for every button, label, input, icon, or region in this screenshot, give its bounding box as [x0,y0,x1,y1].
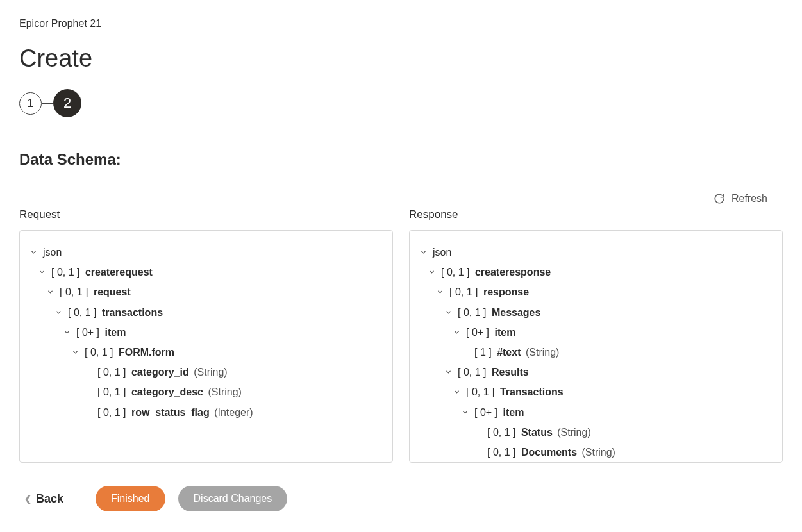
tree-node-text: [ 0, 1 ] createresponse [441,262,551,282]
refresh-button[interactable]: Refresh [714,193,767,204]
tree-node-cardinality: [ 1 ] [474,347,494,358]
chevron-down-icon[interactable] [452,329,461,336]
chevron-down-icon[interactable] [460,409,469,416]
tree-row[interactable]: [ 0, 1 ] createrequest [29,262,383,282]
tree-node-text: [ 0, 1 ] Results [458,362,529,382]
tree-row[interactable]: [ 0, 1 ] FORM.form [29,342,383,362]
tree-node-cardinality: [ 0, 1 ] [487,427,519,438]
chevron-down-icon[interactable] [435,288,444,295]
tree-node-text: [ 0, 1 ] category_desc (String) [97,382,242,402]
tree-row[interactable]: json [29,242,383,262]
tree-row[interactable]: [ 0, 1 ] transactions [29,303,383,322]
tree-row[interactable]: [ 0+ ] item [419,322,773,342]
tree-node-text: [ 0, 1 ] Messages [458,303,540,322]
tree-row[interactable]: [ 0+ ] item [29,322,383,342]
tree-node-name: Status [521,427,553,438]
tree-row[interactable]: [ 0, 1 ] request [29,282,383,302]
tree-row[interactable]: [ 0, 1 ] Transactions [419,382,773,402]
back-button[interactable]: ❮ Back [24,492,63,506]
tree-node-name: Messages [492,307,541,318]
tree-node-cardinality: [ 0, 1 ] [449,287,481,297]
tree-node-cardinality: [ 0+ ] [474,407,500,418]
tree-node-text: [ 0, 1 ] transactions [68,303,163,322]
chevron-down-icon[interactable] [419,249,428,256]
tree-node-name: Documents [521,447,577,458]
tree-row[interactable]: [ 0+ ] item [419,403,773,422]
tree-node-text: [ 0, 1 ] category_id (String) [97,362,228,382]
tree-node-name: transactions [102,307,163,318]
tree-node-type: (String) [522,347,559,358]
breadcrumb[interactable]: Epicor Prophet 21 [19,18,101,29]
step-2[interactable]: 2 [53,89,81,117]
tree-node-name: Transactions [500,387,564,397]
tree-node-cardinality: [ 0, 1 ] [97,367,129,378]
tree-node-cardinality: [ 0, 1 ] [466,387,497,397]
tree-row[interactable]: [ 0, 1 ] category_desc (String) [29,382,383,402]
tree-node-text: [ 0, 1 ] Status (String) [487,422,591,442]
tree-node-name: FORM.form [119,347,174,358]
response-schema-panel[interactable]: json[ 0, 1 ] createresponse[ 0, 1 ] resp… [409,230,783,463]
page-title: Create [19,45,783,72]
step-1[interactable]: 1 [19,92,42,115]
chevron-down-icon[interactable] [62,329,71,336]
tree-node-text: [ 0, 1 ] response [449,282,529,302]
tree-node-cardinality: [ 0, 1 ] [458,307,489,318]
tree-node-name: item [494,327,515,338]
tree-node-name: category_id [131,367,189,378]
tree-node-text: [ 1 ] #text (String) [474,342,559,362]
tree-node-text: [ 0, 1 ] FORM.form [85,342,174,362]
tree-row[interactable]: [ 1 ] #text (String) [419,342,773,362]
tree-node-type: (String) [191,367,228,378]
chevron-down-icon[interactable] [29,249,38,256]
tree-row[interactable]: [ 0, 1 ] createresponse [419,262,773,282]
chevron-down-icon[interactable] [71,349,79,356]
tree-node-text: [ 0, 1 ] row_status_flag (Integer) [97,403,253,422]
tree-row[interactable]: [ 0, 1 ] Results [419,362,773,382]
tree-row[interactable]: [ 0, 1 ] Messages [419,303,773,322]
chevron-down-icon[interactable] [54,309,63,316]
chevron-left-icon: ❮ [24,494,32,504]
back-label: Back [36,492,63,506]
tree-node-type: (Integer) [212,407,253,418]
chevron-down-icon[interactable] [444,309,453,316]
tree-row[interactable]: [ 0, 1 ] row_status_flag (Integer) [29,403,383,422]
chevron-down-icon[interactable] [452,388,461,395]
tree-row[interactable]: [ 0, 1 ] Documents (String) [419,442,773,462]
tree-node-text: [ 0, 1 ] Documents (String) [487,442,615,462]
tree-node-name: response [483,287,529,297]
tree-row[interactable]: [ 0, 1 ] response [419,282,773,302]
step-connector [42,103,53,104]
tree-node-name: row_status_flag [131,407,210,418]
chevron-down-icon[interactable] [46,288,54,295]
request-panel-label: Request [19,208,393,221]
section-heading: Data Schema: [19,151,783,169]
tree-node-text: [ 0, 1 ] request [60,282,131,302]
tree-node-cardinality: [ 0, 1 ] [85,347,116,358]
tree-node-name: item [104,327,126,338]
request-schema-panel[interactable]: json[ 0, 1 ] createrequest[ 0, 1 ] reque… [19,230,393,463]
tree-node-text: json [43,242,62,262]
refresh-label: Refresh [731,193,767,204]
response-panel-label: Response [409,208,783,221]
tree-node-text: [ 0+ ] item [474,403,524,422]
chevron-down-icon[interactable] [37,269,46,276]
stepper: 1 2 [19,89,783,117]
tree-node-text: json [433,242,451,262]
discard-changes-button[interactable]: Discard Changes [178,486,288,511]
tree-node-cardinality: [ 0, 1 ] [97,387,129,397]
tree-node-name: Results [492,367,529,378]
tree-node-cardinality: [ 0, 1 ] [441,267,472,278]
tree-node-type: (String) [555,427,591,438]
finished-button[interactable]: Finished [96,486,165,511]
tree-node-text: [ 0, 1 ] Transactions [466,382,564,402]
tree-node-cardinality: [ 0+ ] [76,327,102,338]
tree-node-name: createresponse [475,267,551,278]
tree-node-name: category_desc [131,387,203,397]
tree-node-text: [ 0, 1 ] createrequest [51,262,153,282]
tree-row[interactable]: [ 0, 1 ] category_id (String) [29,362,383,382]
chevron-down-icon[interactable] [427,269,436,276]
chevron-down-icon[interactable] [444,369,453,376]
tree-node-cardinality: [ 0, 1 ] [68,307,99,318]
tree-row[interactable]: [ 0, 1 ] Status (String) [419,422,773,442]
tree-row[interactable]: json [419,242,773,262]
